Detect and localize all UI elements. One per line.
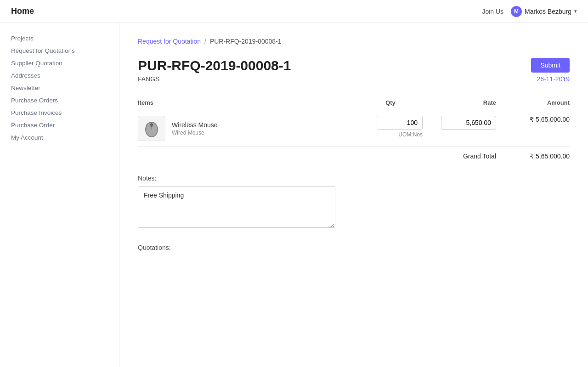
join-us-link[interactable]: Join Us [482, 8, 503, 15]
product-cell: Wireless Mouse Wired Mouse [138, 110, 358, 147]
breadcrumb-link[interactable]: Request for Quotation [138, 38, 201, 45]
breadcrumb-current: PUR-RFQ-2019-00008-1 [210, 38, 282, 45]
product-name: Wireless Mouse [172, 121, 218, 129]
submit-button[interactable]: Submit [531, 58, 570, 73]
col-items: Items [138, 96, 358, 110]
qty-cell: UOM:Nos [358, 110, 423, 147]
avatar: M [511, 6, 522, 17]
amount-cell: ₹ 5,65,000.00 [496, 110, 570, 147]
product-sub: Wired Mouse [172, 130, 218, 136]
breadcrumb: Request for Quotation / PUR-RFQ-2019-000… [138, 38, 570, 45]
grand-total-amount: ₹ 5,65,000.00 [496, 147, 570, 166]
page-layout: ProjectsRequest for QuotationsSupplier Q… [0, 23, 588, 367]
notes-label: Notes: [138, 175, 570, 182]
user-menu[interactable]: M Markos Bezburg ▾ [511, 6, 577, 17]
quotations-section: Quotations: [138, 244, 570, 251]
sidebar-item-rfq[interactable]: Request for Quotations [0, 45, 119, 57]
mouse-icon [140, 119, 163, 138]
supplier-name: FANGS [138, 75, 159, 83]
sidebar: ProjectsRequest for QuotationsSupplier Q… [0, 23, 119, 367]
grand-total-label: Grand Total [423, 147, 496, 166]
breadcrumb-separator: / [204, 38, 206, 45]
topnav-right: Join Us M Markos Bezburg ▾ [482, 6, 577, 17]
col-qty: Qty [358, 96, 423, 110]
uom-label: UOM:Nos [358, 131, 423, 138]
main-content: Request for Quotation / PUR-RFQ-2019-000… [119, 23, 588, 367]
table-row: Wireless Mouse Wired Mouse UOM:Nos ₹ 5,6… [138, 110, 570, 147]
sidebar-item-projects[interactable]: Projects [0, 32, 119, 45]
top-navigation: Home Join Us M Markos Bezburg ▾ [0, 0, 588, 23]
sidebar-item-purchase-order[interactable]: Purchase Order [0, 119, 119, 131]
sidebar-item-newsletter[interactable]: Newsletter [0, 82, 119, 94]
chevron-down-icon: ▾ [574, 8, 577, 14]
qty-input[interactable] [377, 116, 423, 130]
notes-section: Notes: Free Shipping [138, 175, 570, 229]
svg-point-3 [150, 123, 153, 127]
items-table: Items Qty Rate Amount [138, 96, 570, 165]
rate-input[interactable] [441, 116, 496, 130]
sidebar-item-my-account[interactable]: My Account [0, 131, 119, 144]
page-header: PUR-RFQ-2019-00008-1 Submit [138, 58, 570, 73]
sidebar-item-purchase-invoices[interactable]: Purchase Invoices [0, 107, 119, 119]
page-title: PUR-RFQ-2019-00008-1 [138, 58, 291, 73]
col-rate: Rate [423, 96, 496, 110]
product-info: Wireless Mouse Wired Mouse [172, 121, 218, 136]
rate-cell [423, 110, 496, 147]
meta-row: FANGS 26-11-2019 [138, 75, 570, 83]
sidebar-item-supplier-quotation[interactable]: Supplier Quotation [0, 57, 119, 69]
document-date: 26-11-2019 [537, 75, 570, 83]
quotations-label: Quotations: [138, 244, 570, 251]
user-name-label: Markos Bezburg [525, 8, 571, 15]
col-amount: Amount [496, 96, 570, 110]
sidebar-item-purchase-orders[interactable]: Purchase Orders [0, 94, 119, 107]
product-image [138, 116, 165, 141]
sidebar-item-addresses[interactable]: Addresses [0, 69, 119, 82]
notes-textarea[interactable]: Free Shipping [138, 186, 335, 228]
grand-total-row: Grand Total ₹ 5,65,000.00 [138, 147, 570, 166]
home-link[interactable]: Home [11, 6, 34, 16]
